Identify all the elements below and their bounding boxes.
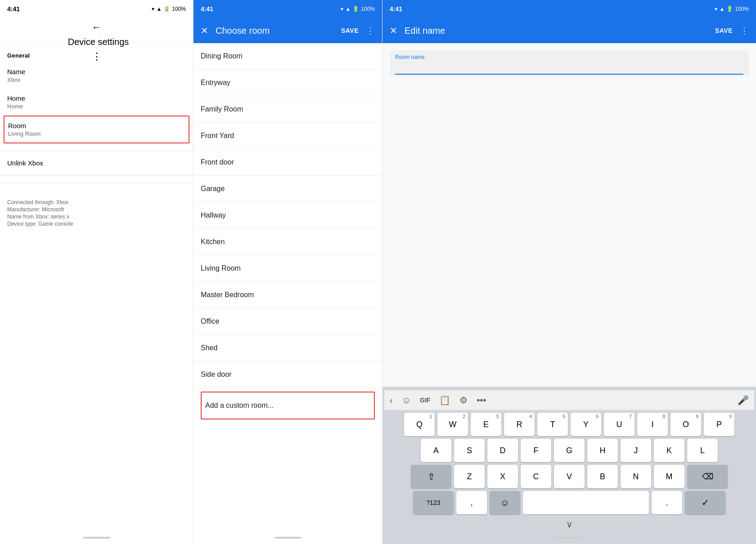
room-item-kitchen[interactable]: Kitchen bbox=[194, 229, 382, 255]
unlink-xbox-button[interactable]: Unlink Xbox bbox=[0, 151, 193, 175]
save-button-panel3[interactable]: SAVE bbox=[711, 23, 736, 38]
key-e-num: 3 bbox=[496, 414, 499, 419]
room-item-entryway[interactable]: Entryway bbox=[194, 70, 382, 96]
room-name-input[interactable] bbox=[395, 62, 743, 74]
settings-icon[interactable]: ⚙ bbox=[458, 393, 469, 407]
divider2 bbox=[0, 183, 193, 183]
key-o[interactable]: 9O bbox=[670, 413, 701, 436]
room-item-master-bedroom[interactable]: Master Bedroom bbox=[194, 282, 382, 308]
key-t-num: 5 bbox=[562, 414, 565, 419]
key-k[interactable]: K bbox=[654, 439, 684, 462]
more-options-panel2[interactable]: ⋮ bbox=[362, 22, 378, 40]
more-options-panel3[interactable]: ⋮ bbox=[736, 22, 752, 40]
room-item-shed[interactable]: Shed bbox=[194, 335, 382, 361]
battery-icon: 🔋 bbox=[163, 6, 170, 12]
choose-room-toolbar: ✕ Choose room SAVE ⋮ bbox=[194, 18, 382, 43]
room-item-side-door[interactable]: Side door bbox=[194, 361, 382, 388]
key-q[interactable]: 1Q bbox=[404, 413, 435, 436]
key-i[interactable]: 8I bbox=[637, 413, 668, 436]
time-panel1: 4:41 bbox=[7, 5, 20, 13]
input-underline bbox=[395, 74, 743, 75]
room-label: Room bbox=[8, 122, 185, 129]
key-e[interactable]: 3E bbox=[471, 413, 501, 436]
key-t[interactable]: 5T bbox=[537, 413, 568, 436]
home-indicator-panel2 bbox=[274, 537, 302, 539]
room-item-hallway[interactable]: Hallway bbox=[194, 202, 382, 229]
microphone-icon[interactable]: 🎤 bbox=[736, 393, 751, 407]
add-custom-room-button[interactable]: Add a custom room... bbox=[201, 392, 375, 419]
key-d[interactable]: D bbox=[487, 439, 518, 462]
room-list: Dining Room Entryway Family Room Front Y… bbox=[194, 43, 382, 535]
room-item-front-yard[interactable]: Front Yard bbox=[194, 123, 382, 149]
room-item-family-room[interactable]: Family Room bbox=[194, 96, 382, 123]
key-x[interactable]: X bbox=[487, 465, 518, 488]
key-u-num: 7 bbox=[629, 414, 632, 419]
battery-pct-panel2: 100% bbox=[361, 6, 375, 12]
key-f[interactable]: F bbox=[521, 439, 551, 462]
key-r[interactable]: 4R bbox=[504, 413, 535, 436]
bottom-handle-panel3 bbox=[382, 535, 756, 544]
edit-name-title: Edit name bbox=[405, 26, 711, 36]
keyboard-row-3: ⇧ Z X C V B N M ⌫ bbox=[384, 465, 754, 488]
choose-room-title: Choose room bbox=[216, 26, 338, 36]
key-z[interactable]: Z bbox=[454, 465, 485, 488]
key-o-num: 9 bbox=[696, 414, 698, 419]
name-value: Xbox bbox=[7, 76, 186, 83]
back-button[interactable]: ← bbox=[88, 18, 105, 37]
home-setting[interactable]: Home Home bbox=[0, 89, 193, 116]
key-h[interactable]: H bbox=[587, 439, 618, 462]
home-indicator-panel1 bbox=[83, 537, 110, 539]
comma-key[interactable]: , bbox=[456, 491, 487, 514]
home-indicator-panel3 bbox=[556, 537, 583, 539]
key-c[interactable]: C bbox=[521, 465, 551, 488]
device-info-section: Connected through: Xbox Manufacturer: Mi… bbox=[0, 190, 193, 237]
chevron-down-icon[interactable]: ∨ bbox=[566, 519, 573, 530]
room-setting[interactable]: Room Living Room bbox=[4, 116, 189, 143]
emoji-key[interactable]: ☺ bbox=[490, 491, 520, 514]
key-r-num: 4 bbox=[529, 414, 532, 419]
more-keyboard-icon[interactable]: ••• bbox=[475, 393, 488, 407]
close-button-panel3[interactable]: ✕ bbox=[386, 22, 401, 40]
clipboard-icon[interactable]: 📋 bbox=[437, 393, 452, 407]
room-item-office[interactable]: Office bbox=[194, 308, 382, 335]
backspace-key[interactable]: ⌫ bbox=[687, 465, 728, 488]
emoji-sticker-icon[interactable]: ☺ bbox=[400, 393, 413, 407]
device-info-manufacturer: Manufacturer: Microsoft bbox=[7, 206, 186, 213]
keyboard-back-icon[interactable]: ‹ bbox=[388, 393, 395, 407]
room-item-garage[interactable]: Garage bbox=[194, 176, 382, 202]
key-p[interactable]: 0P bbox=[704, 413, 734, 436]
close-button-panel2[interactable]: ✕ bbox=[197, 22, 212, 40]
key-j[interactable]: J bbox=[621, 439, 651, 462]
general-section-header: General bbox=[0, 43, 193, 62]
room-item-dining-room[interactable]: Dining Room bbox=[194, 43, 382, 70]
key-y[interactable]: 6Y bbox=[571, 413, 601, 436]
key-i-num: 8 bbox=[662, 414, 665, 419]
key-m[interactable]: M bbox=[654, 465, 684, 488]
key-l[interactable]: L bbox=[687, 439, 718, 462]
num-sym-key[interactable]: ?123 bbox=[413, 491, 454, 514]
save-button-panel2[interactable]: SAVE bbox=[338, 23, 362, 38]
key-p-num: 0 bbox=[729, 414, 732, 419]
key-s[interactable]: S bbox=[454, 439, 485, 462]
room-item-front-door[interactable]: Front door bbox=[194, 149, 382, 176]
edit-name-panel: 4:41 ▾ ▲ 🔋 100% ✕ Edit name SAVE ⋮ Room … bbox=[382, 0, 756, 544]
battery-pct-panel1: 100% bbox=[172, 6, 186, 12]
wifi-icon: ▾ bbox=[152, 6, 154, 12]
key-a[interactable]: A bbox=[421, 439, 451, 462]
status-icons-panel2: ▾ ▲ 🔋 100% bbox=[341, 6, 375, 12]
signal-icon: ▲ bbox=[156, 6, 162, 12]
key-n[interactable]: N bbox=[621, 465, 651, 488]
key-u[interactable]: 7U bbox=[604, 413, 634, 436]
space-key[interactable] bbox=[523, 491, 649, 514]
choose-room-panel: 4:41 ▾ ▲ 🔋 100% ✕ Choose room SAVE ⋮ Din… bbox=[194, 0, 382, 544]
name-setting[interactable]: Name Xbox bbox=[0, 62, 193, 89]
key-g[interactable]: G bbox=[554, 439, 585, 462]
room-item-living-room[interactable]: Living Room bbox=[194, 255, 382, 282]
enter-key[interactable]: ✓ bbox=[685, 491, 725, 514]
period-key[interactable]: . bbox=[652, 491, 682, 514]
shift-key[interactable]: ⇧ bbox=[411, 465, 451, 488]
key-b[interactable]: B bbox=[587, 465, 618, 488]
gif-button[interactable]: GIF bbox=[418, 395, 432, 406]
key-v[interactable]: V bbox=[554, 465, 585, 488]
key-w[interactable]: 2W bbox=[437, 413, 468, 436]
